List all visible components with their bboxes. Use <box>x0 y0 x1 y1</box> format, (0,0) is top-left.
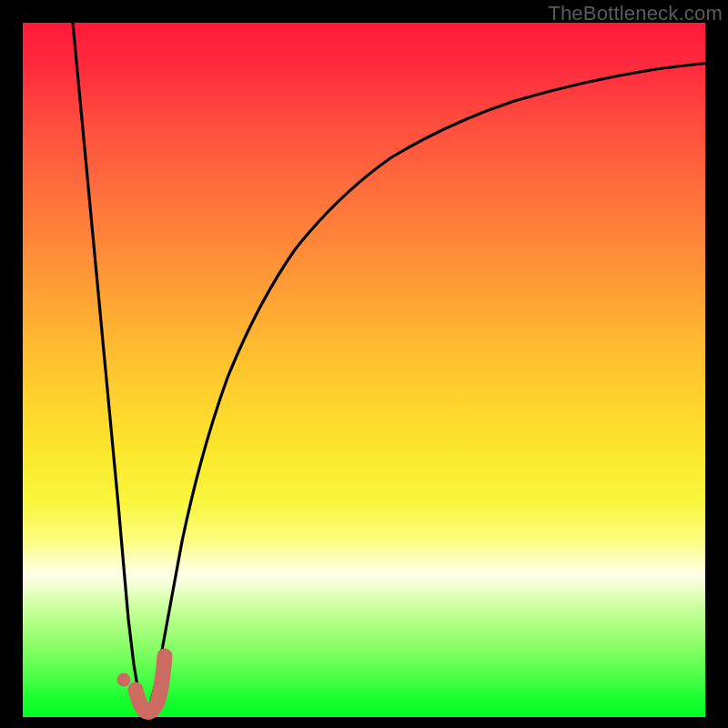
bottleneck-curve <box>73 23 714 712</box>
chart-frame: TheBottleneck.com <box>0 0 728 728</box>
recommended-point-marker <box>117 673 131 687</box>
chart-overlay <box>23 23 705 717</box>
watermark-text: TheBottleneck.com <box>548 2 723 25</box>
j-stroke-accent <box>136 656 165 712</box>
